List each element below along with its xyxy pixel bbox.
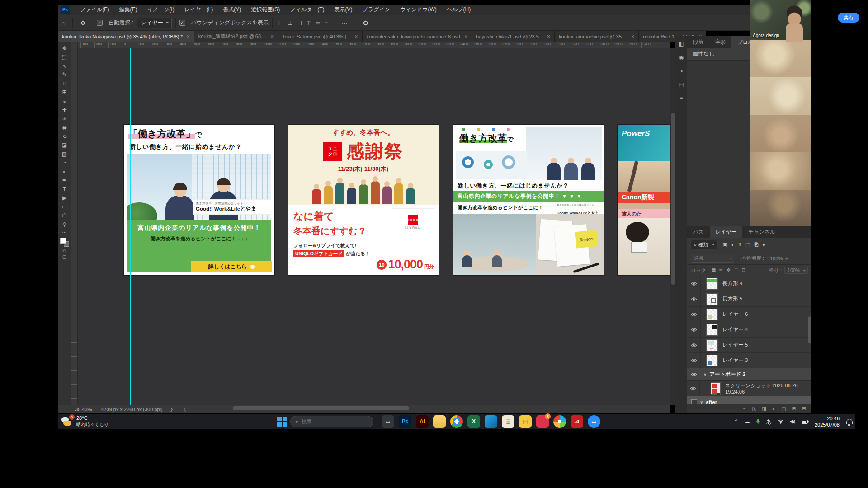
layer-thumbnail[interactable]: [706, 355, 718, 366]
close-icon[interactable]: ×: [355, 33, 358, 40]
move-tool[interactable]: ✥: [59, 44, 71, 53]
onedrive-icon[interactable]: ☁: [745, 418, 750, 425]
microphone-icon[interactable]: [756, 418, 760, 425]
taskbar-clock[interactable]: 20:46 2025/07/08: [815, 415, 840, 428]
layer-name[interactable]: 長方形 5: [722, 296, 742, 302]
menu-item[interactable]: プラグイン: [358, 6, 395, 14]
auto-select-checkbox[interactable]: ✓: [97, 20, 103, 26]
長方形 4[interactable]: 長方形 4: [687, 276, 811, 291]
close-icon[interactable]: ×: [631, 33, 634, 40]
レイヤー 6[interactable]: レイヤー 6: [687, 307, 811, 322]
auto-select-dropdown[interactable]: レイヤー: [137, 18, 172, 28]
blend-mode-dropdown[interactable]: 通常: [691, 254, 734, 263]
close-icon[interactable]: ×: [464, 33, 467, 40]
lock-artboard-icon[interactable]: ⬚: [734, 267, 738, 273]
search-box[interactable]: ⌕: [290, 416, 373, 427]
document-tab[interactable]: koukai_Ikuko Nakagawa.psd @ 35.4% (after…: [58, 31, 194, 42]
red-app-icon[interactable]: 3: [536, 415, 549, 428]
lock-position-icon[interactable]: ✥: [727, 267, 731, 273]
webcam-tile[interactable]: Agora design: [750, 0, 811, 40]
align-center-h-icon[interactable]: ⊥: [286, 20, 295, 26]
status-next-icon[interactable]: ❯: [170, 407, 174, 412]
battery-icon[interactable]: [802, 420, 809, 424]
foreground-color-swatch[interactable]: [60, 238, 66, 244]
align-left-icon[interactable]: ⊢: [276, 20, 285, 26]
screen-mode-icon[interactable]: ▢: [62, 254, 66, 259]
volume-icon[interactable]: [790, 419, 796, 424]
visibility-eye-icon[interactable]: [687, 338, 701, 352]
video-tile[interactable]: [750, 115, 811, 152]
video-tile[interactable]: [750, 190, 811, 226]
edit-toolbar-icon[interactable]: ⋯: [62, 230, 67, 235]
histogram-panel-icon[interactable]: ◧: [679, 41, 684, 47]
filter-adjustment-icon[interactable]: ◐: [731, 242, 735, 248]
artboard-group-row[interactable]: ∨ アートボード 2: [687, 368, 811, 381]
layer-name[interactable]: レイヤー 5: [722, 342, 748, 348]
healing-brush-tool[interactable]: ✚: [59, 106, 71, 115]
acrobat-app-icon[interactable]: ⊿: [571, 415, 583, 428]
excel-app-icon[interactable]: X: [467, 415, 480, 428]
visibility-eye-icon[interactable]: [687, 368, 701, 380]
zoom-app-icon[interactable]: ▭: [588, 415, 600, 428]
move-tool-icon[interactable]: ✥: [76, 19, 89, 27]
video-tile[interactable]: [750, 77, 811, 115]
layer-thumbnail[interactable]: [711, 382, 721, 395]
document-tab[interactable]: Tokui_Satomi.psd @ 40.3% (... ×: [278, 31, 362, 42]
align-top-icon[interactable]: ⊤: [304, 20, 313, 26]
filter-pixel-icon[interactable]: ▣: [722, 242, 727, 248]
gradient-tool[interactable]: ▨: [59, 150, 71, 159]
layer-mask-icon[interactable]: ◨: [762, 406, 766, 412]
layer-thumbnail[interactable]: [706, 278, 718, 290]
quick-select-tool[interactable]: ✎: [59, 70, 71, 80]
delete-layer-icon[interactable]: ⊟: [802, 406, 806, 412]
artboard-4[interactable]: アートボード 4 PowerS Canon新製 旅人のた: [618, 125, 670, 275]
layer-group-icon[interactable]: ▢: [781, 406, 786, 412]
video-tile[interactable]: [750, 40, 811, 77]
visibility-eye-icon[interactable]: [687, 322, 701, 337]
notifications-bell-icon[interactable]: [846, 419, 853, 424]
menu-item[interactable]: 書式(Y): [218, 6, 246, 14]
visibility-eye-icon[interactable]: [687, 353, 701, 368]
レイヤー 3[interactable]: レイヤー 3: [687, 353, 811, 368]
menu-item[interactable]: レイヤー(L): [179, 6, 218, 14]
wifi-icon[interactable]: [778, 419, 784, 424]
filter-kind-dropdown[interactable]: ⌕ 種類: [691, 240, 717, 249]
notepad-app-icon[interactable]: ≣: [502, 415, 514, 428]
share-button[interactable]: 共有: [838, 13, 859, 23]
menu-item[interactable]: イメージ(I): [142, 6, 179, 14]
layer-thumbnail[interactable]: [706, 339, 718, 351]
align-right-icon[interactable]: ⊣: [295, 20, 304, 26]
filter-smartobject-icon[interactable]: ⎗: [754, 242, 758, 248]
bounding-box-checkbox[interactable]: ✓: [179, 20, 185, 26]
start-button[interactable]: [277, 416, 288, 427]
layers-scrollbar[interactable]: [808, 316, 811, 343]
長方形 5[interactable]: 長方形 5: [687, 291, 811, 307]
clone-stamp-tool[interactable]: ◉: [59, 123, 71, 132]
filter-pin-icon[interactable]: ●: [762, 242, 765, 248]
screenshot-layer-row[interactable]: スクリーンショット 2025-06-26 19.24.06: [687, 381, 811, 396]
layer-thumbnail[interactable]: [706, 324, 718, 336]
photoshop-app-icon[interactable]: Ps: [399, 415, 411, 428]
menu-item[interactable]: 選択範囲(S): [246, 6, 285, 14]
more-options-icon[interactable]: ⋯: [338, 19, 351, 27]
pen-tool[interactable]: ✒: [59, 176, 71, 185]
explorer-app-icon[interactable]: [433, 415, 446, 428]
type-tool[interactable]: T: [59, 185, 71, 194]
menu-item[interactable]: ファイル(F): [75, 6, 114, 14]
layer-name[interactable]: 長方形 4: [722, 280, 742, 287]
layers-panel-tab[interactable]: レイヤー: [710, 226, 743, 238]
taskview-app-icon[interactable]: ▭: [382, 415, 394, 428]
quick-mask-icon[interactable]: ◎: [62, 248, 66, 253]
filter-shape-icon[interactable]: ⬚: [745, 242, 750, 248]
browser-app-icon[interactable]: [553, 415, 566, 428]
align-bottom-icon[interactable]: ≡: [322, 20, 330, 26]
properties-tab[interactable]: 字形: [709, 36, 731, 48]
info-panel-icon[interactable]: ≡: [679, 95, 683, 101]
close-icon[interactable]: ×: [270, 33, 274, 40]
marquee-tool[interactable]: ⬚: [59, 53, 71, 62]
visibility-eye-icon[interactable]: [687, 381, 700, 396]
history-brush-tool[interactable]: ⟲: [59, 132, 71, 141]
status-prev-icon[interactable]: ❮: [183, 407, 187, 412]
visibility-eye-icon[interactable]: [687, 307, 701, 322]
layer-name[interactable]: レイヤー 6: [722, 311, 748, 318]
